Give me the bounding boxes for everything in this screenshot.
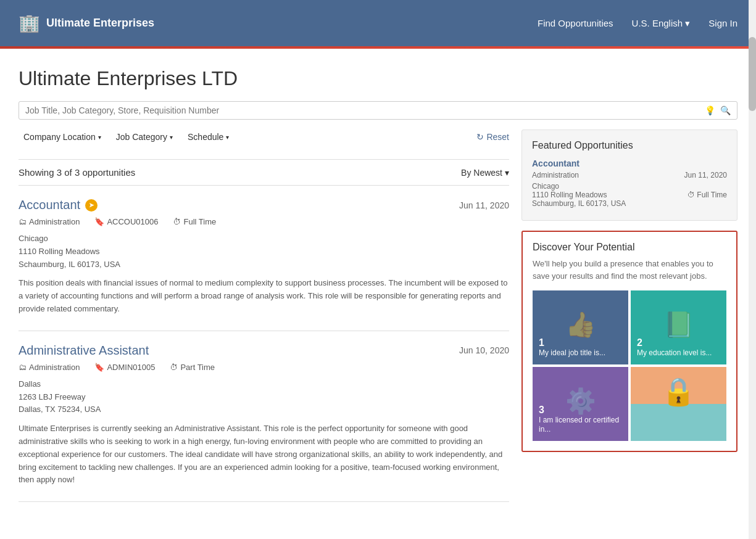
main-container: Ultimate Enterprises LTD 💡 🔍 Company Loc… [0,49,756,527]
company-location-filter[interactable]: Company Location ▾ [19,130,106,144]
discover-card-1[interactable]: 👍 1 My ideal job title is... [533,290,628,364]
featured-opportunities-box: Featured Opportunities Accountant Admini… [521,130,737,221]
language-selector[interactable]: U.S. English ▾ [632,18,691,29]
find-opportunities-link[interactable]: Find Opportunities [538,18,613,28]
job-listing: Accountant ➤ Jun 11, 2020 🗂 Administrati… [19,198,509,331]
search-bar: 💡 🔍 [19,101,737,120]
reset-button[interactable]: ↻ Reset [476,132,509,142]
job-date: Jun 10, 2020 [459,345,509,355]
discover-card-3[interactable]: ⚙️ 3 I am licensed or certified in... [533,367,628,441]
scrollbar-track [749,0,756,527]
job-description: Ultimate Enterprises is currently seekin… [19,422,509,487]
featured-job-details: Administration Jun 11, 2020 [532,171,727,179]
caret-icon: ▾ [685,18,690,28]
discover-card-2[interactable]: 📗 2 My education level is... [631,290,726,364]
clock-icon: ⏱ [687,191,695,199]
discover-grid: 👍 1 My ideal job title is... 📗 2 My educ… [533,290,726,441]
job-meta: 🗂 Administration 🔖 ADMIN01005 ⏱ Part Tim… [19,363,509,372]
job-schedule: ⏱ Full Time [173,217,216,226]
bookmark-icon: 🔖 [94,363,104,372]
clock-icon: ⏱ [173,217,181,226]
lock-bottom [631,404,726,441]
search-icon[interactable]: 🔍 [720,105,731,115]
caret-icon: ▾ [505,168,509,178]
results-header: Showing 3 of 3 opportunities By Newest ▾ [19,159,509,186]
search-input[interactable] [25,105,705,115]
left-content: Company Location ▾ Job Category ▾ Schedu… [19,130,509,514]
right-sidebar: Featured Opportunities Accountant Admini… [521,130,737,514]
discover-title: Discover Your Potential [533,242,726,253]
results-count: Showing 3 of 3 opportunities [19,167,135,178]
header-nav: Find Opportunities U.S. English ▾ Sign I… [538,18,737,29]
discover-box: Discover Your Potential We'll help you b… [521,231,737,452]
job-listing: Administrative Assistant Jun 10, 2020 🗂 … [19,344,509,502]
thumbs-up-icon: 👍 [565,310,596,339]
header: 🏢 Ultimate Enterprises Find Opportunitie… [0,0,756,46]
search-icons: 💡 🔍 [705,105,731,115]
featured-department: Administration [532,171,579,179]
job-req-number: 🔖 ADMIN01005 [94,363,155,372]
caret-icon: ▾ [98,134,101,141]
content-layout: Company Location ▾ Job Category ▾ Schedu… [19,130,737,514]
department-icon: 🗂 [19,217,27,226]
featured-date: Jun 11, 2020 [684,171,727,179]
sort-button[interactable]: By Newest ▾ [461,168,509,178]
job-title-row: Administrative Assistant Jun 10, 2020 [19,344,509,358]
new-badge: ➤ [85,199,98,212]
book-icon: 📗 [663,310,694,339]
scrollbar-thumb[interactable] [749,37,756,111]
job-location: Chicago 1110 Rolling Meadows Schaumburg,… [19,232,509,271]
featured-title: Featured Opportunities [532,140,727,151]
department-icon: 🗂 [19,363,27,372]
lock-icon: 🔒 [662,376,696,408]
clock-icon: ⏱ [170,363,178,372]
job-department: 🗂 Administration [19,217,80,226]
job-description: This position deals with financial issue… [19,277,509,315]
caret-icon: ▾ [170,134,173,141]
job-schedule: ⏱ Part Time [170,363,215,372]
discover-card-lock[interactable]: 🔒 [631,367,726,441]
job-department: 🗂 Administration [19,363,80,372]
page-title: Ultimate Enterprises LTD [19,67,737,90]
bookmark-icon: 🔖 [94,217,104,226]
job-req-number: 🔖 ACCOU01006 [94,217,158,226]
job-date: Jun 11, 2020 [459,200,509,210]
job-title-link[interactable]: Accountant ➤ [19,198,98,212]
schedule-filter[interactable]: Schedule ▾ [183,130,234,144]
lightbulb-icon: 💡 [705,105,715,115]
job-category-filter[interactable]: Job Category ▾ [111,130,178,144]
company-logo: 🏢 Ultimate Enterprises [19,13,154,33]
building-icon: 🏢 [19,13,40,33]
featured-job-location: Chicago 1110 Rolling Meadows Schaumburg,… [532,182,727,208]
job-title-row: Accountant ➤ Jun 11, 2020 [19,198,509,212]
discover-description: We'll help you build a presence that ena… [533,258,726,282]
company-name: Ultimate Enterprises [46,17,154,30]
refresh-icon: ↻ [476,132,484,142]
sign-in-link[interactable]: Sign In [708,18,737,28]
caret-icon: ▾ [226,134,229,141]
job-location: Dallas 1263 LBJ Freeway Dallas, TX 75234… [19,378,509,416]
job-meta: 🗂 Administration 🔖 ACCOU01006 ⏱ Full Tim… [19,217,509,226]
filter-bar: Company Location ▾ Job Category ▾ Schedu… [19,130,509,149]
featured-job-type: ⏱ Full Time [687,182,727,208]
job-title-link[interactable]: Administrative Assistant [19,344,149,358]
featured-job-title[interactable]: Accountant [532,158,727,168]
